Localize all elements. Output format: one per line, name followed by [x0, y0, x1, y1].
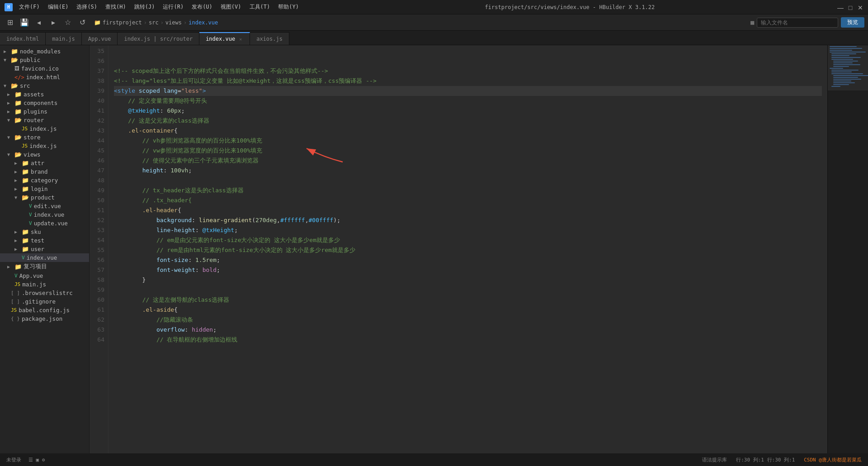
breadcrumb-sep1: ›	[144, 19, 147, 26]
folder-icon: 📂	[14, 117, 22, 124]
sidebar-item-sku[interactable]: ▶ 📁 sku	[0, 228, 89, 236]
menu-jump[interactable]: 跳转(J)	[131, 2, 159, 12]
new-file-button[interactable]: ⊞	[4, 16, 16, 29]
sidebar-item-index-html[interactable]: </> index.html	[0, 73, 89, 81]
file-icon: [ ]	[11, 299, 20, 304]
maximize-button[interactable]: □	[847, 4, 854, 10]
sidebar-item-main-js[interactable]: JS main.js	[0, 280, 89, 289]
sidebar-label: package.json	[22, 315, 62, 322]
folder-icon: 📂	[11, 82, 18, 89]
filter-icon: ▦	[750, 19, 754, 26]
sidebar-item-store[interactable]: ▼ 📂 store	[0, 133, 89, 142]
sidebar-item-edit-vue[interactable]: V edit.vue	[0, 202, 89, 210]
sidebar-item-babel-config[interactable]: JS babel.config.js	[0, 306, 89, 314]
sidebar-item-router-index[interactable]: JS index.js	[0, 124, 89, 133]
menu-view[interactable]: 视图(V)	[217, 2, 245, 12]
sidebar-label: test	[31, 237, 44, 244]
sidebar-item-store-index[interactable]: JS index.js	[0, 142, 89, 150]
arrow-icon: ▶	[7, 109, 13, 114]
sidebar-label: router	[24, 117, 44, 124]
code-editor[interactable]: 35 36 37 38 39 40 41 42 43 44 45 46 47 4…	[90, 45, 868, 453]
sidebar-item-index-vue-active[interactable]: V index.vue	[0, 253, 89, 262]
sidebar-item-product[interactable]: ▼ 📂 product	[0, 193, 89, 202]
sidebar-item-brand[interactable]: ▶ 📁 brand	[0, 167, 89, 176]
sidebar-item-components[interactable]: ▶ 📁 components	[0, 99, 89, 107]
folder-icon: 📁	[22, 246, 29, 252]
sidebar-item-plugins[interactable]: ▶ 📁 plugins	[0, 107, 89, 116]
sidebar-label: index.vue	[27, 254, 57, 261]
syntax-hint: 语法提示库	[702, 456, 727, 463]
folder-icon: 📁	[14, 91, 22, 98]
menu-select[interactable]: 选择(S)	[73, 2, 101, 12]
sidebar-item-assets[interactable]: ▶ 📁 assets	[0, 90, 89, 99]
sidebar-label: index.js	[29, 143, 57, 149]
sidebar-item-src[interactable]: ▼ 📂 src	[0, 81, 89, 90]
breadcrumb-project[interactable]: firstproject	[103, 19, 142, 26]
tab-index-html[interactable]: index.html	[0, 32, 46, 45]
sidebar-item-package-json[interactable]: { } package.json	[0, 314, 89, 323]
breadcrumb-views[interactable]: views	[165, 19, 182, 26]
tab-main-js[interactable]: main.js	[46, 32, 82, 45]
forward-button[interactable]: ▸	[47, 16, 60, 29]
sidebar-item-app-vue[interactable]: V App.vue	[0, 271, 89, 280]
bookmark-button[interactable]: ☆	[61, 16, 74, 29]
arrow-icon: ▼	[7, 118, 13, 123]
tab-label-index-vue: index.vue	[206, 36, 235, 42]
refresh-button[interactable]: ↺	[76, 16, 89, 29]
menu-publish[interactable]: 发布(U)	[188, 2, 216, 12]
code-line-44: // vh参照浏览器高度的的百分比来100%填充	[114, 136, 822, 146]
menu-find[interactable]: 查找(H)	[102, 2, 130, 12]
file-search-input[interactable]	[757, 18, 838, 28]
sidebar-label: views	[24, 151, 41, 158]
sidebar-item-category[interactable]: ▶ 📁 category	[0, 176, 89, 185]
back-button[interactable]: ◂	[33, 16, 45, 29]
menu-edit[interactable]: 编辑(E)	[44, 2, 72, 12]
sidebar-label: update.vue	[34, 220, 68, 227]
app-icon: H	[5, 3, 13, 11]
code-line-48	[114, 176, 822, 185]
menu-tools[interactable]: 工具(T)	[246, 2, 274, 12]
sidebar-item-views[interactable]: ▼ 📂 views	[0, 150, 89, 159]
tab-index-vue[interactable]: index.vue ✕	[199, 32, 250, 45]
vue-icon: V	[14, 273, 18, 279]
sidebar-label: 复习项目	[24, 263, 47, 271]
sidebar-item-index-vue2[interactable]: V index.vue	[0, 210, 89, 219]
sidebar-item-user[interactable]: ▶ 📁 user	[0, 245, 89, 253]
sidebar-item-update-vue[interactable]: V update.vue	[0, 219, 89, 228]
sidebar-item-login[interactable]: ▶ 📁 login	[0, 185, 89, 193]
breadcrumb-src[interactable]: src	[149, 19, 159, 26]
tab-app-vue[interactable]: App.vue	[82, 32, 118, 45]
menu-bar: 文件(F) 编辑(E) 选择(S) 查找(H) 跳转(J) 运行(R) 发布(U…	[15, 2, 302, 12]
sidebar-item-browserslist[interactable]: [ ] .browserslistrc	[0, 289, 89, 297]
save-button[interactable]: 💾	[18, 16, 31, 29]
code-content[interactable]: <!-- scoped加上这个后下方的样式只会在当前组件生效，不会污染其他样式-…	[108, 45, 827, 453]
close-button[interactable]: ✕	[857, 4, 863, 10]
arrow-icon: ▼	[7, 152, 13, 157]
breadcrumb-file[interactable]: index.vue	[189, 19, 218, 26]
tab-close-icon[interactable]: ✕	[238, 36, 243, 42]
sidebar-item-test[interactable]: ▶ 📁 test	[0, 236, 89, 245]
sidebar-item-public[interactable]: ▼ 📂 public	[0, 56, 89, 64]
preview-button[interactable]: 预览	[841, 17, 864, 28]
code-line-59	[114, 285, 822, 295]
sidebar-item-router[interactable]: ▼ 📂 router	[0, 116, 89, 124]
menu-run[interactable]: 运行(R)	[159, 2, 187, 12]
menu-file[interactable]: 文件(F)	[15, 2, 43, 12]
position-info: 行:30 列:1 行:30 列:1	[736, 456, 795, 463]
sidebar-item-node_modules[interactable]: ▶ 📁 node_modules	[0, 47, 89, 56]
tab-router-index[interactable]: index.js | src/router	[118, 32, 199, 45]
vue-icon: V	[22, 255, 25, 261]
code-line-50: // .tx_header{	[114, 195, 822, 205]
arrow-icon: ▼	[7, 135, 13, 140]
menu-help[interactable]: 帮助(Y)	[274, 2, 302, 12]
tab-axios-js[interactable]: axios.js	[250, 32, 289, 45]
arrow-icon: ▼	[14, 195, 20, 200]
sidebar-item-gitignore[interactable]: [ ] .gitignore	[0, 297, 89, 306]
sidebar-item-fuxiang[interactable]: ▶ 📁 复习项目	[0, 262, 89, 271]
sidebar-item-attr[interactable]: ▶ 📁 attr	[0, 159, 89, 167]
login-status[interactable]: 未登录	[6, 456, 21, 463]
sidebar-item-favicon[interactable]: 🖼 favicon.ico	[0, 64, 89, 73]
code-line-42: // 这是父元素的class选择器	[114, 116, 822, 126]
toolbar: ⊞ 💾 ◂ ▸ ☆ ↺ 📁 firstproject › src › views…	[0, 14, 868, 31]
minimize-button[interactable]: —	[837, 4, 844, 10]
